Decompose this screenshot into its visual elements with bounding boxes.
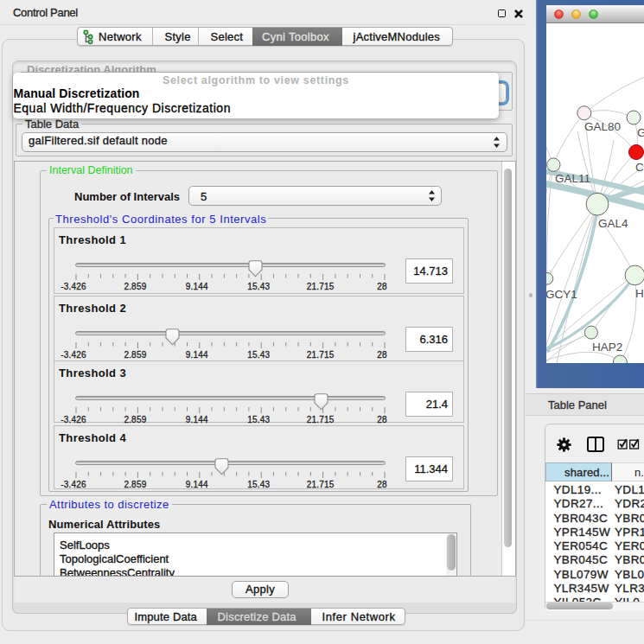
svg-text:GCY1: GCY1 (546, 288, 577, 301)
svg-text:HAP2: HAP2 (592, 341, 622, 354)
svg-text:C: C (635, 161, 644, 174)
svg-text:GAL11: GAL11 (555, 172, 590, 185)
svg-text:G: G (637, 126, 644, 139)
svg-text:GAL4: GAL4 (598, 217, 628, 230)
svg-text:H: H (635, 287, 644, 300)
svg-text:GAL80: GAL80 (584, 120, 621, 133)
